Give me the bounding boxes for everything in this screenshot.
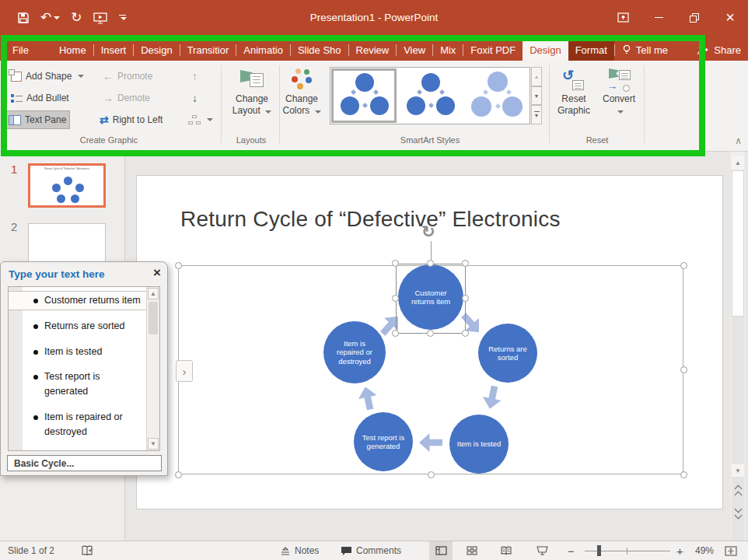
zoom-out-button[interactable]: −: [568, 541, 575, 560]
tab-insert[interactable]: Insert: [94, 39, 134, 61]
slide-1-thumbnail[interactable]: Return Cycle of “Defective” Electronics: [28, 163, 106, 208]
text-pane-item-2[interactable]: Returns are sorted: [9, 317, 147, 335]
close-button[interactable]: ×: [712, 0, 748, 35]
node-handle-top-right[interactable]: [462, 260, 469, 267]
tab-review[interactable]: Review: [349, 39, 397, 61]
move-up-button[interactable]: ↑: [189, 67, 201, 86]
slide-sorter-view-button[interactable]: [460, 541, 484, 560]
tab-smartart-format[interactable]: Format: [568, 39, 614, 61]
convert-button[interactable]: → Convert: [597, 65, 641, 124]
undo-dropdown-caret[interactable]: [54, 16, 60, 19]
spell-check-button[interactable]: [81, 541, 93, 560]
vertical-scrollbar[interactable]: ▲ ▼: [731, 152, 745, 541]
selection-handle-bottom-left[interactable]: [175, 471, 182, 478]
tab-design[interactable]: Design: [134, 39, 179, 61]
next-slide-button[interactable]: [732, 505, 743, 519]
tab-tell-me[interactable]: Tell me: [615, 39, 675, 61]
text-pane-expand-button[interactable]: ›: [176, 360, 193, 382]
slide-counter[interactable]: Slide 1 of 2: [8, 541, 54, 560]
scrollbar-down-button[interactable]: ▼: [732, 464, 744, 477]
zoom-slider-thumb[interactable]: [597, 545, 601, 556]
style-option-2[interactable]: [397, 68, 463, 123]
tab-foxit-pdf[interactable]: Foxit PDF: [463, 39, 523, 61]
start-from-beginning-button[interactable]: [93, 12, 107, 24]
layout-button[interactable]: [185, 110, 216, 129]
node-handle-bottom-right[interactable]: [462, 330, 469, 337]
style-option-1-selected[interactable]: [331, 68, 397, 123]
node-handle-top-middle[interactable]: [427, 260, 434, 267]
text-pane-item-4[interactable]: Test report is generated: [9, 368, 147, 401]
selection-handle-middle-right[interactable]: [680, 366, 687, 373]
node-handle-middle-left[interactable]: [392, 295, 399, 302]
style-option-3[interactable]: [463, 68, 529, 123]
gallery-scroll-up-button[interactable]: ▲: [531, 67, 542, 86]
selection-handle-bottom-right[interactable]: [680, 471, 687, 478]
demote-button[interactable]: → Demote: [100, 89, 153, 107]
node-item-repaired-or-destroyed[interactable]: Item is repaired or destroyed: [323, 321, 386, 383]
minimize-button[interactable]: [641, 0, 676, 35]
selection-handle-bottom-middle[interactable]: [428, 471, 435, 478]
node-handle-bottom-left[interactable]: [392, 330, 399, 337]
share-button[interactable]: Share: [690, 39, 748, 61]
scrollbar-thumb[interactable]: [732, 170, 744, 317]
add-shape-button[interactable]: Add Shape: [8, 67, 87, 86]
zoom-level[interactable]: 49%: [695, 541, 714, 560]
tab-transitions[interactable]: Transitior: [180, 39, 236, 61]
add-bullet-button[interactable]: Add Bullet: [8, 89, 72, 107]
scrollbar-up-button[interactable]: ▲: [732, 156, 744, 169]
tab-animations[interactable]: Animatio: [236, 39, 290, 61]
tab-slide-show[interactable]: Slide Sho: [291, 39, 348, 61]
restore-button[interactable]: [676, 0, 712, 35]
slide-show-view-button[interactable]: [530, 541, 554, 560]
selection-handle-top-left[interactable]: [175, 262, 182, 269]
node-handle-middle-right[interactable]: [462, 295, 469, 302]
text-pane-close-button[interactable]: ×: [153, 265, 161, 281]
reading-view-button[interactable]: [495, 541, 518, 560]
comments-button[interactable]: Comments: [341, 541, 401, 560]
text-pane-layout-name[interactable]: Basic Cycle...: [7, 455, 162, 471]
collapse-ribbon-button[interactable]: ∧: [735, 135, 742, 146]
gallery-scroll-down-button[interactable]: ▼: [531, 86, 542, 106]
fit-to-window-button[interactable]: [725, 541, 737, 560]
reset-graphic-button[interactable]: ↺ ResetGraphic: [552, 65, 596, 124]
notes-button[interactable]: Notes: [280, 541, 319, 560]
text-pane-scrollbar[interactable]: ▲ ▼: [146, 287, 159, 450]
text-pane-toggle-button[interactable]: Text Pane: [5, 110, 70, 129]
change-colors-button[interactable]: ChangeColors: [277, 65, 327, 124]
change-layout-button[interactable]: ChangeLayout: [227, 65, 277, 124]
tab-view[interactable]: View: [397, 39, 432, 61]
node-handle-bottom-middle[interactable]: [427, 330, 434, 337]
text-pane-scroll-thumb[interactable]: [149, 302, 158, 334]
node-handle-top-left[interactable]: [392, 260, 399, 267]
node-item-is-tested[interactable]: Item is tested: [449, 415, 509, 474]
right-to-left-button[interactable]: ⇄ Right to Left: [96, 110, 166, 129]
tab-smartart-design-active[interactable]: Design: [523, 39, 568, 61]
text-pane-scroll-up-button[interactable]: ▲: [148, 288, 159, 299]
tab-file[interactable]: File: [0, 39, 41, 61]
scrollbar-track[interactable]: [732, 317, 744, 560]
text-pane-scroll-down-button[interactable]: ▼: [148, 438, 159, 450]
previous-slide-button[interactable]: [732, 485, 743, 499]
slide-1-editor[interactable]: Return Cycle of “Defective” Electronics …: [136, 175, 723, 509]
zoom-in-button[interactable]: +: [676, 541, 683, 560]
undo-button[interactable]: ↶: [40, 9, 60, 26]
selection-handle-top-right[interactable]: [680, 262, 687, 269]
normal-view-button[interactable]: [429, 541, 453, 560]
slide-title-text[interactable]: Return Cycle of “Defective” Electronics: [180, 207, 561, 232]
text-pane-item-3[interactable]: Item is tested: [9, 343, 147, 361]
tab-home[interactable]: Home: [52, 39, 93, 61]
node-test-report-generated[interactable]: Test report is generated: [354, 412, 413, 471]
text-pane-item-5[interactable]: Item is repaired or destroyed: [9, 408, 147, 441]
move-down-button[interactable]: ↓: [189, 89, 201, 107]
save-button[interactable]: [17, 12, 30, 24]
customize-qat-button[interactable]: [118, 15, 127, 20]
promote-button[interactable]: ← Promote: [100, 67, 156, 86]
gallery-more-button[interactable]: ▼: [531, 105, 542, 124]
add-shape-caret[interactable]: [78, 75, 84, 78]
tab-mix[interactable]: Mix: [433, 39, 463, 61]
ribbon-display-options-button[interactable]: [605, 0, 641, 35]
text-pane-item-1-selected[interactable]: Customer returns item: [9, 292, 147, 310]
repeat-button[interactable]: ↻: [71, 9, 82, 26]
node-returns-are-sorted[interactable]: Returns are sorted: [478, 324, 537, 383]
rotate-handle[interactable]: ↻: [421, 222, 435, 241]
